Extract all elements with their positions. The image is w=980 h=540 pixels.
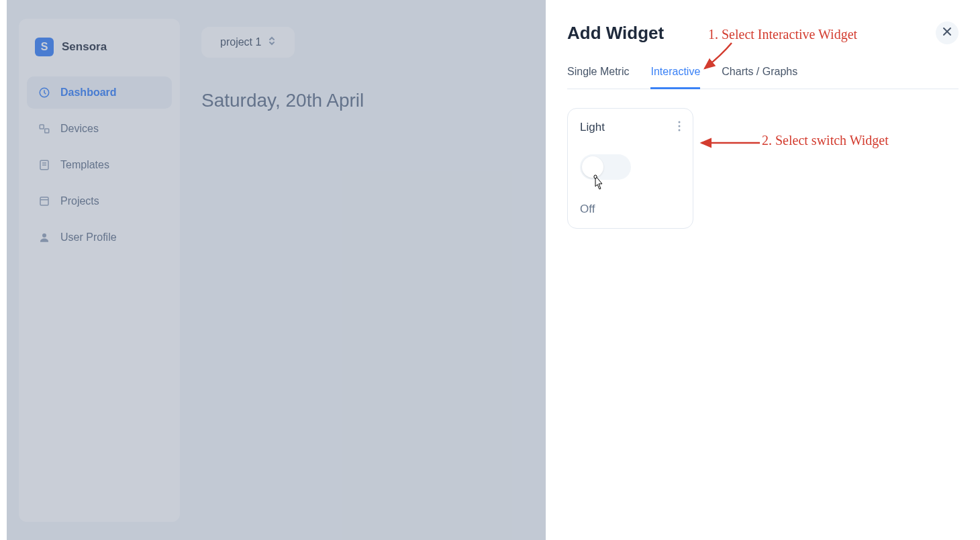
tab-charts-graphs[interactable]: Charts / Graphs <box>722 59 797 89</box>
close-icon <box>942 27 952 39</box>
more-vertical-icon <box>678 122 681 133</box>
widget-menu-button[interactable] <box>678 121 681 134</box>
add-widget-panel: Add Widget Single Metric Interactive Cha… <box>546 0 980 540</box>
panel-title: Add Widget <box>567 23 664 44</box>
toggle-switch[interactable] <box>580 154 631 180</box>
widget-tabs: Single Metric Interactive Charts / Graph… <box>567 59 959 89</box>
widget-card-title: Light <box>580 121 605 134</box>
switch-widget-card[interactable]: Light Off <box>567 108 693 229</box>
widget-state-label: Off <box>580 203 681 216</box>
svg-point-11 <box>679 121 681 123</box>
svg-point-12 <box>679 125 681 127</box>
widget-grid: Light Off <box>567 108 959 229</box>
panel-header: Add Widget <box>567 21 959 44</box>
tab-interactive[interactable]: Interactive <box>650 59 700 89</box>
close-button[interactable] <box>936 21 959 44</box>
modal-overlay[interactable] <box>7 0 546 540</box>
svg-point-13 <box>679 129 681 131</box>
toggle-thumb <box>582 156 603 178</box>
widget-card-header: Light <box>580 121 681 134</box>
tab-single-metric[interactable]: Single Metric <box>567 59 629 89</box>
